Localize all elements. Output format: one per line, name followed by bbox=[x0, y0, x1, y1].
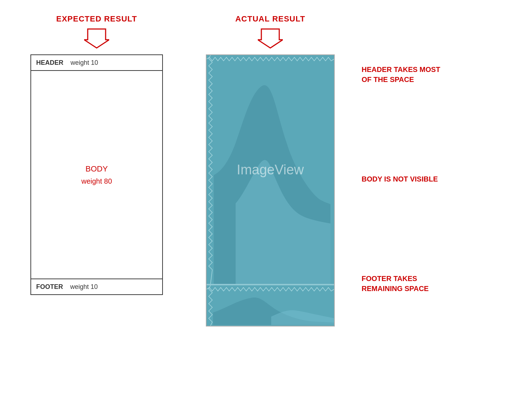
svg-marker-1 bbox=[258, 29, 283, 48]
annotation-body-text: BODY IS NOT VISIBLE bbox=[362, 174, 440, 184]
expected-body-row: BODY weight 80 bbox=[31, 71, 162, 279]
footer-hill-svg bbox=[213, 292, 334, 325]
annotation-body-label: BODY IS NOT VISIBLE bbox=[362, 175, 438, 183]
expected-footer-weight: weight 10 bbox=[70, 283, 98, 291]
expected-body-label: BODY bbox=[86, 164, 108, 174]
annotation-header-text: HEADER TAKES MOSTOF THE SPACE bbox=[362, 64, 440, 84]
wavy-footer-left-line bbox=[208, 285, 213, 326]
expected-header-label: HEADER bbox=[36, 59, 63, 67]
expected-header-row: HEADER weight 10 bbox=[31, 55, 162, 71]
expected-header-weight: weight 10 bbox=[71, 59, 98, 67]
expected-body-weight: weight 80 bbox=[81, 177, 112, 185]
wavy-left-line bbox=[208, 55, 213, 284]
annotation-footer-label: FOOTER TAKESREMAINING SPACE bbox=[362, 275, 429, 292]
expected-result-section: EXPECTED RESULT HEADER weight 10 BODY we… bbox=[21, 14, 172, 295]
annotations-section: HEADER TAKES MOSTOF THE SPACE BODY IS NO… bbox=[362, 14, 440, 294]
actual-result-section: ACTUAL RESULT bbox=[193, 14, 347, 326]
expected-title: EXPECTED RESULT bbox=[56, 14, 137, 24]
expected-footer-row: FOOTER weight 10 bbox=[31, 279, 162, 294]
actual-footer-area: } bbox=[207, 285, 334, 326]
imageview-label: ImageView bbox=[237, 162, 304, 177]
actual-arrow-icon bbox=[258, 27, 283, 49]
wavy-footer-top-line bbox=[207, 287, 334, 292]
expected-arrow-icon bbox=[84, 27, 109, 49]
wavy-top-line bbox=[207, 57, 334, 62]
actual-device-mockup: ImageView } bbox=[206, 54, 335, 326]
svg-marker-0 bbox=[84, 29, 109, 48]
annotation-footer-text: FOOTER TAKESREMAINING SPACE bbox=[362, 274, 440, 294]
expected-layout-box: HEADER weight 10 BODY weight 80 FOOTER w… bbox=[30, 54, 163, 295]
expected-footer-label: FOOTER bbox=[36, 283, 63, 291]
actual-header-area: ImageView bbox=[207, 55, 334, 285]
annotation-header-label: HEADER TAKES MOSTOF THE SPACE bbox=[362, 66, 440, 83]
actual-title: ACTUAL RESULT bbox=[235, 14, 305, 24]
